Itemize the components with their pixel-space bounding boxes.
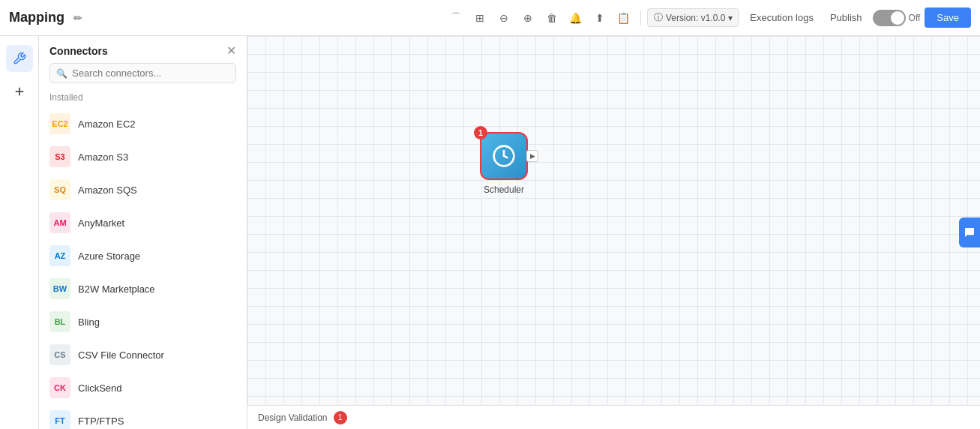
toggle-label: Off [909, 13, 921, 23]
chevron-down-icon: ▾ [728, 13, 733, 23]
connector-item[interactable]: BWB2W Marketplace [39, 272, 247, 305]
save-button[interactable]: Save [925, 8, 971, 28]
connector-name: AnyMarket [78, 218, 124, 229]
connector-name: CSV File Connector [78, 350, 164, 361]
node-expand-arrow[interactable]: ▶ [526, 150, 538, 162]
connector-name: ClickSend [78, 382, 122, 394]
connector-icon: BL [49, 311, 70, 332]
design-validation-label: Design Validation [258, 412, 328, 423]
chat-icon [964, 226, 976, 238]
validation-error-badge: 1 [334, 411, 347, 424]
search-input[interactable] [72, 68, 229, 79]
connector-name: Amazon SQS [78, 184, 137, 196]
connector-icon: FT [49, 410, 70, 429]
connector-item[interactable]: S3Amazon S3 [39, 140, 247, 173]
canvas-area[interactable]: 1 ▶ Scheduler [247, 36, 980, 429]
connector-icon: S3 [49, 146, 70, 167]
toggle-container: Off [873, 10, 921, 26]
connector-name: Amazon S3 [78, 152, 128, 163]
connector-name: FTP/FTPS [78, 416, 124, 427]
connectors-title: Connectors [49, 45, 108, 57]
node-box[interactable]: ▶ [480, 132, 528, 180]
version-badge[interactable]: ⓘ Version: v1.0.0 ▾ [647, 8, 739, 27]
connectors-header: Connectors ✕ [39, 36, 247, 63]
close-icon[interactable]: ✕ [226, 45, 236, 57]
search-icon: 🔍 [56, 68, 67, 79]
connector-icon: CS [49, 344, 70, 365]
connector-item[interactable]: SQAmazon SQS [39, 173, 247, 206]
connector-name: B2W Marketplace [78, 284, 155, 295]
toggle-knob [891, 11, 904, 25]
scheduler-node[interactable]: 1 ▶ Scheduler [480, 132, 528, 195]
connector-icon: AZ [49, 245, 70, 266]
connectors-panel: Connectors ✕ 🔍 Installed EC2Amazon EC2S3… [39, 36, 247, 429]
publish-button[interactable]: Publish [824, 9, 868, 26]
toggle-switch[interactable] [873, 10, 906, 26]
page-title: Mapping [9, 10, 64, 26]
layout-icon[interactable]: ⊞ [469, 8, 490, 28]
connector-item[interactable]: AZAzure Storage [39, 239, 247, 272]
connector-icon: AM [49, 212, 70, 233]
header: Mapping ✏ ⌒⊞⊖⊕🗑🔔⬆📋 ⓘ Version: v1.0.0 ▾ E… [0, 0, 980, 36]
installed-section-label: Installed [39, 89, 247, 107]
chat-float-button[interactable] [959, 218, 980, 248]
copy-icon[interactable]: 📋 [613, 8, 634, 28]
toolbar: ⌒⊞⊖⊕🗑🔔⬆📋 ⓘ Version: v1.0.0 ▾ Execution l… [445, 8, 971, 28]
bell-icon[interactable]: 🔔 [565, 8, 586, 28]
left-sidebar [0, 36, 39, 429]
connector-icon: EC2 [49, 113, 70, 134]
edit-icon[interactable]: ✏ [73, 12, 82, 24]
connector-item[interactable]: BLBling [39, 305, 247, 338]
connector-item[interactable]: CKClickSend [39, 371, 247, 404]
main-layout: Connectors ✕ 🔍 Installed EC2Amazon EC2S3… [0, 36, 980, 429]
connector-item[interactable]: AMAnyMarket [39, 206, 247, 239]
connector-icon: SQ [49, 179, 70, 200]
connector-name: Azure Storage [78, 250, 140, 262]
connector-icon: CK [49, 377, 70, 398]
tools-button[interactable] [6, 45, 33, 72]
node-error-badge: 1 [474, 126, 487, 140]
delete-icon[interactable]: 🗑 [541, 8, 562, 28]
add-button[interactable] [6, 78, 33, 105]
toolbar-divider [640, 10, 641, 26]
connector-item[interactable]: FTFTP/FTPS [39, 404, 247, 429]
connector-name: Amazon EC2 [78, 118, 136, 130]
connect-icon[interactable]: ⌒ [445, 8, 466, 28]
connector-name: Bling [78, 316, 100, 328]
zoom-out-icon[interactable]: ⊖ [493, 8, 514, 28]
connector-item[interactable]: EC2Amazon EC2 [39, 107, 247, 140]
connector-item[interactable]: CSCSV File Connector [39, 338, 247, 371]
info-badge-icon: ⓘ [654, 11, 663, 24]
connectors-list: EC2Amazon EC2S3Amazon S3SQAmazon SQSAMAn… [39, 107, 247, 429]
search-bar: 🔍 [49, 63, 236, 83]
version-label: Version: v1.0.0 [666, 13, 725, 23]
bottom-bar: Design Validation 1 [247, 405, 980, 429]
node-label: Scheduler [484, 184, 524, 195]
execution-logs-button[interactable]: Execution logs [744, 9, 820, 26]
zoom-in-icon[interactable]: ⊕ [517, 8, 538, 28]
connector-icon: BW [49, 278, 70, 299]
share-icon[interactable]: ⬆ [589, 8, 610, 28]
clock-icon [492, 144, 516, 168]
